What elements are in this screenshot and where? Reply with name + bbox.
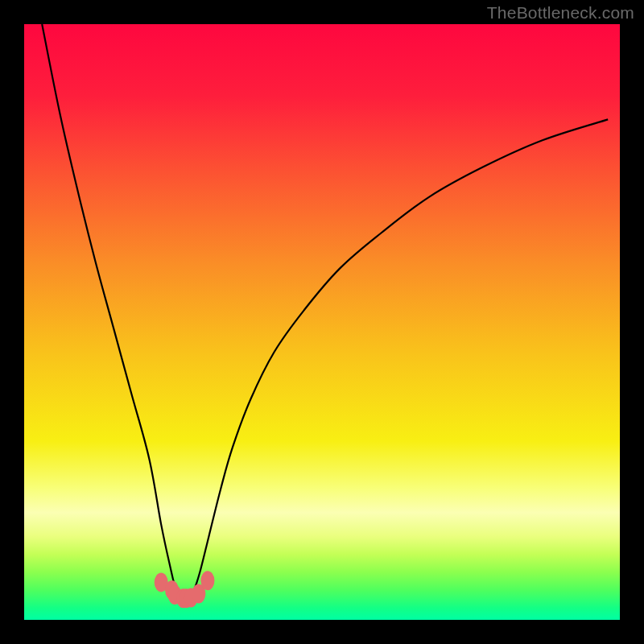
- curve-layer: [24, 24, 620, 620]
- curve-markers: [155, 571, 215, 608]
- chart-frame: TheBottleneck.com: [0, 0, 644, 644]
- marker-point: [200, 571, 214, 590]
- plot-area: [24, 24, 620, 620]
- watermark-text: TheBottleneck.com: [487, 3, 634, 23]
- bottleneck-curve: [42, 24, 608, 601]
